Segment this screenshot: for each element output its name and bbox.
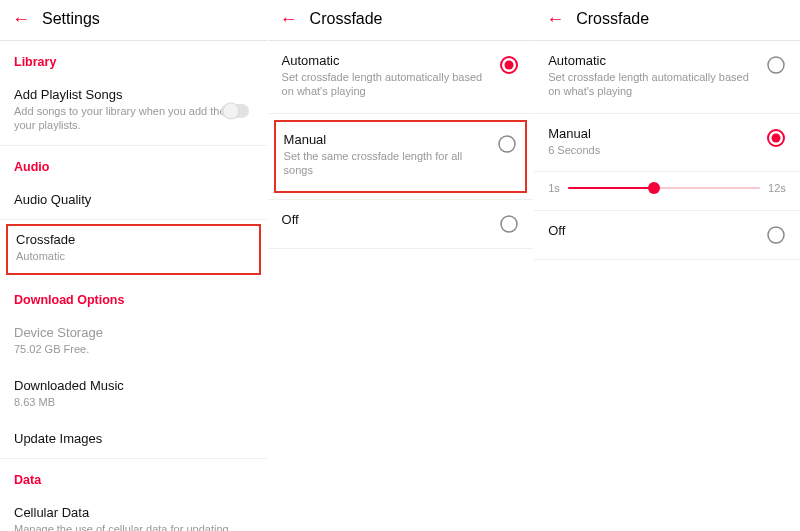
slider-fill [568,187,654,189]
update-images-row[interactable]: Update Images [0,421,267,459]
settings-panel: ← Settings Library Add Playlist Songs Ad… [0,0,267,531]
crossfade2-automatic-title: Automatic [548,53,756,68]
crossfade-title: Crossfade [16,232,251,247]
slider-thumb-icon[interactable] [648,182,660,194]
svg-point-6 [499,136,515,152]
downloaded-music-row[interactable]: Downloaded Music 8.63 MB [0,368,267,421]
device-storage-sub: 75.02 GB Free. [14,342,253,356]
back-arrow-icon[interactable]: ← [546,10,564,28]
crossfade2-manual-title: Manual [548,126,756,141]
add-playlist-toggle[interactable] [221,102,253,120]
section-audio-title: Audio [0,146,267,182]
crossfade2-title: Crossfade [576,10,649,28]
cellular-data-row[interactable]: Cellular Data Manage the use of cellular… [0,495,267,531]
crossfade1-manual-row-highlighted[interactable]: Manual Set the same crossfade length for… [274,120,528,194]
crossfade1-off-title: Off [282,212,490,227]
crossfade1-off-row[interactable]: Off [268,200,534,249]
downloaded-music-sub: 8.63 MB [14,395,253,409]
update-images-title: Update Images [14,431,253,446]
settings-title: Settings [42,10,100,28]
crossfade2-manual-row[interactable]: Manual 6 Seconds [534,114,800,172]
back-arrow-icon[interactable]: ← [12,10,30,28]
cellular-data-title: Cellular Data [14,505,253,520]
radio-selected-icon[interactable] [499,55,519,75]
radio-selected-icon[interactable] [766,128,786,148]
downloaded-music-title: Downloaded Music [14,378,253,393]
crossfade2-off-title: Off [548,223,756,238]
radio-unselected-icon[interactable] [499,214,519,234]
crossfade1-manual-sub: Set the same crossfade length for all so… [284,149,488,178]
crossfade2-off-row[interactable]: Off [534,211,800,260]
crossfade2-header: ← Crossfade [534,0,800,41]
radio-unselected-icon[interactable] [766,55,786,75]
crossfade-slider-track[interactable] [568,187,760,189]
crossfade1-automatic-title: Automatic [282,53,490,68]
section-library-title: Library [0,41,267,77]
crossfade-panel-1: ← Crossfade Automatic Set crossfade leng… [267,0,534,531]
crossfade2-manual-sub: 6 Seconds [548,143,756,157]
crossfade2-automatic-row[interactable]: Automatic Set crossfade length automatic… [534,41,800,114]
crossfade1-automatic-row[interactable]: Automatic Set crossfade length automatic… [268,41,534,114]
crossfade1-title: Crossfade [310,10,383,28]
cellular-data-sub: Manage the use of cellular data for upda… [14,522,253,531]
crossfade-row-highlighted[interactable]: Crossfade Automatic [6,224,261,275]
audio-quality-row[interactable]: Audio Quality [0,182,267,220]
three-panel-layout: ← Settings Library Add Playlist Songs Ad… [0,0,800,531]
back-arrow-icon[interactable]: ← [280,10,298,28]
crossfade-sub: Automatic [16,249,251,263]
slider-min-label: 1s [548,182,560,194]
add-playlist-sub: Add songs to your library when you add t… [14,104,253,133]
crossfade2-automatic-sub: Set crossfade length automatically based… [548,70,756,99]
crossfade1-header: ← Crossfade [268,0,534,41]
slider-max-label: 12s [768,182,786,194]
svg-point-7 [501,216,517,232]
device-storage-title: Device Storage [14,325,253,340]
svg-point-1 [223,103,239,119]
settings-header: ← Settings [0,0,267,41]
radio-unselected-icon[interactable] [766,225,786,245]
crossfade-panel-2: ← Crossfade Automatic Set crossfade leng… [533,0,800,531]
section-download-title: Download Options [0,279,267,315]
audio-quality-title: Audio Quality [14,192,253,207]
svg-point-8 [768,57,784,73]
svg-point-11 [768,227,784,243]
svg-point-10 [771,133,780,142]
crossfade1-manual-title: Manual [284,132,488,147]
add-playlist-songs-row[interactable]: Add Playlist Songs Add songs to your lib… [0,77,267,146]
device-storage-row[interactable]: Device Storage 75.02 GB Free. [0,315,267,368]
svg-point-5 [505,61,514,70]
section-data-title: Data [0,459,267,495]
add-playlist-title: Add Playlist Songs [14,87,253,102]
crossfade2-slider-row[interactable]: 1s 12s [534,172,800,211]
radio-unselected-icon[interactable] [497,134,517,154]
crossfade1-automatic-sub: Set crossfade length automatically based… [282,70,490,99]
